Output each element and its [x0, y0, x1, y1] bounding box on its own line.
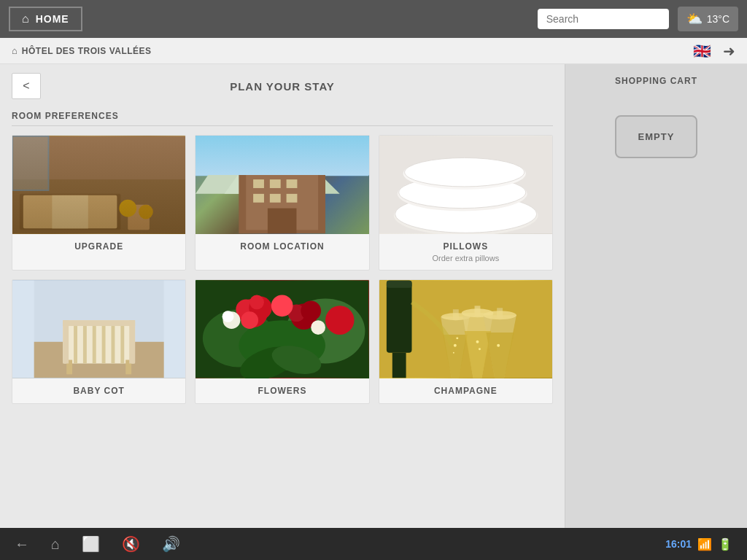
empty-cart-box: EMPTY — [615, 115, 698, 158]
svg-rect-39 — [63, 320, 69, 363]
pillows-svg — [379, 136, 552, 234]
battery-icon: 🔋 — [718, 537, 732, 551]
svg-rect-7 — [12, 136, 48, 190]
upgrade-svg — [12, 136, 185, 234]
svg-point-57 — [241, 311, 259, 329]
flowers-image — [196, 280, 368, 378]
temperature-label: 13°C — [707, 13, 729, 25]
svg-point-82 — [483, 311, 516, 319]
breadcrumb-hotel-name: HÔTEL DES TROIS VALLÉES — [22, 46, 152, 56]
svg-rect-47 — [120, 326, 124, 363]
baby-cot-label: BABY COT — [12, 378, 185, 403]
champagne-svg — [379, 280, 552, 378]
svg-rect-18 — [270, 179, 281, 188]
weather-icon: ⛅ — [686, 11, 703, 27]
top-bar: ⌂ HOME ⛅ 13°C — [0, 0, 747, 38]
baby-cot-image — [12, 280, 185, 378]
page-title: PLAN YOUR STAY — [230, 80, 335, 93]
weather-widget: ⛅ 13°C — [678, 7, 738, 31]
svg-rect-0 — [12, 136, 185, 233]
svg-rect-11 — [196, 158, 368, 176]
svg-point-89 — [476, 341, 479, 343]
plan-header: < PLAN YOUR STAY — [12, 73, 553, 99]
champagne-label: CHAMPAGNE — [379, 378, 552, 403]
room-location-card[interactable]: ROOM LOCATION — [195, 135, 369, 271]
flowers-title: FLOWERS — [203, 386, 361, 396]
top-right-controls: ⛅ 13°C — [538, 7, 738, 31]
svg-rect-45 — [102, 326, 106, 363]
flowers-card[interactable]: FLOWERS — [195, 279, 369, 404]
champagne-title: CHAMPAGNE — [387, 386, 545, 396]
back-nav-icon[interactable]: ← — [15, 536, 29, 553]
svg-rect-24 — [268, 209, 297, 234]
recents-nav-icon[interactable]: ⬜ — [82, 535, 100, 553]
upgrade-image — [12, 136, 185, 234]
svg-point-32 — [404, 158, 524, 187]
room-location-image — [196, 136, 368, 234]
pillows-title: PILLOWS — [387, 241, 545, 252]
breadcrumb-home-icon: ⌂ — [12, 45, 18, 56]
svg-point-88 — [453, 352, 454, 354]
clock-label: 16:01 — [665, 538, 692, 550]
svg-rect-43 — [83, 326, 87, 363]
svg-rect-5 — [128, 205, 150, 230]
pillows-subtitle: Order extra pillows — [387, 254, 545, 262]
baby-cot-svg — [12, 280, 185, 378]
search-input[interactable] — [538, 9, 669, 29]
svg-point-90 — [479, 348, 481, 350]
volume-mute-icon[interactable]: 🔇 — [122, 535, 140, 553]
svg-rect-22 — [287, 194, 298, 203]
svg-point-61 — [301, 300, 322, 321]
breadcrumb-right: 🇬🇧 ➜ — [693, 42, 735, 60]
bottom-bar: ← ⌂ ⬜ 🔇 🔊 16:01 📶 🔋 — [0, 528, 747, 560]
svg-point-87 — [456, 337, 458, 339]
back-icon: < — [23, 79, 29, 93]
svg-point-63 — [325, 306, 355, 335]
room-location-svg — [196, 136, 368, 234]
svg-rect-20 — [253, 194, 264, 203]
svg-rect-46 — [111, 326, 115, 363]
svg-rect-72 — [392, 353, 406, 378]
svg-rect-41 — [63, 320, 135, 326]
svg-point-62 — [271, 295, 293, 317]
svg-rect-42 — [74, 326, 77, 363]
svg-rect-73 — [387, 281, 412, 288]
empty-label: EMPTY — [638, 131, 675, 142]
baby-cot-card[interactable]: BABY COT — [12, 279, 186, 404]
breadcrumb: ⌂ HÔTEL DES TROIS VALLÉES 🇬🇧 ➜ — [0, 38, 747, 64]
svg-point-91 — [497, 344, 500, 347]
svg-point-86 — [454, 344, 457, 347]
back-button[interactable]: < — [12, 73, 41, 99]
volume-icon[interactable]: 🔊 — [162, 535, 180, 553]
svg-point-65 — [222, 311, 234, 322]
svg-rect-1 — [12, 179, 185, 233]
shopping-cart-panel: SHOPPING CART EMPTY — [565, 64, 747, 528]
upgrade-title: UPGRADE — [20, 241, 178, 252]
pillows-label: PILLOWS Order extra pillows — [379, 234, 552, 270]
champagne-image — [379, 280, 552, 378]
champagne-card[interactable]: CHAMPAGNE — [379, 279, 553, 404]
login-icon[interactable]: ➜ — [723, 42, 735, 60]
svg-rect-44 — [93, 326, 96, 363]
home-nav-icon[interactable]: ⌂ — [51, 536, 60, 553]
home-button[interactable]: ⌂ HOME — [9, 7, 82, 31]
shopping-cart-title: SHOPPING CART — [615, 76, 697, 86]
svg-rect-25 — [260, 158, 303, 168]
svg-rect-2 — [20, 194, 120, 230]
svg-rect-19 — [287, 179, 298, 188]
upgrade-card[interactable]: UPGRADE — [12, 135, 186, 271]
svg-rect-21 — [270, 194, 281, 203]
home-icon: ⌂ — [22, 12, 30, 26]
svg-rect-4 — [52, 195, 88, 228]
main-layout: < PLAN YOUR STAY ROOM PREFERENCES — [0, 64, 747, 528]
wifi-icon: 📶 — [697, 537, 712, 551]
section-label: ROOM PREFERENCES — [12, 111, 553, 126]
svg-rect-40 — [129, 320, 135, 363]
svg-rect-49 — [164, 281, 186, 378]
home-label: HOME — [36, 13, 69, 25]
svg-rect-3 — [23, 195, 117, 228]
pillows-card[interactable]: PILLOWS Order extra pillows — [379, 135, 553, 271]
svg-point-9 — [139, 205, 153, 219]
language-flag[interactable]: 🇬🇧 — [693, 42, 711, 60]
upgrade-label: UPGRADE — [12, 234, 185, 259]
